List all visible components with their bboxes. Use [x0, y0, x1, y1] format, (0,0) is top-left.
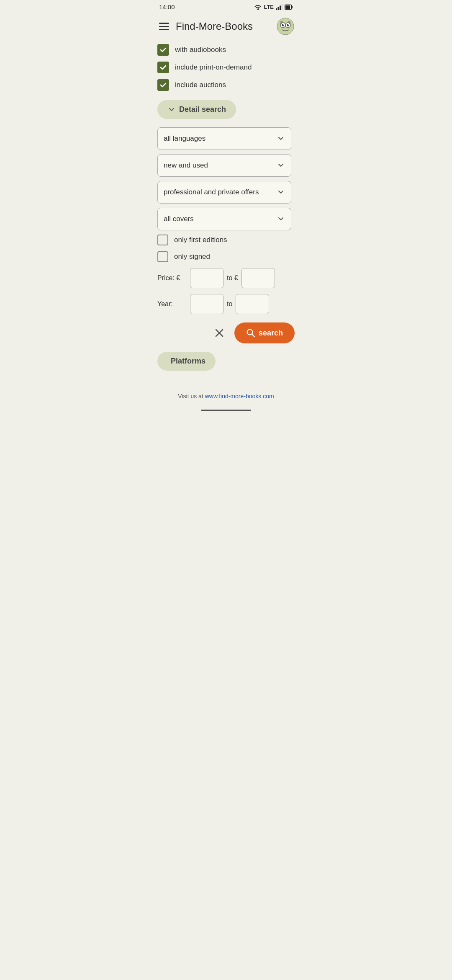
price-separator: to € — [227, 274, 238, 282]
price-to-input[interactable] — [241, 268, 275, 288]
print-on-demand-label: include print-on-demand — [175, 63, 252, 72]
search-label: search — [259, 329, 283, 338]
check-icon — [159, 64, 167, 71]
auctions-label: include auctions — [175, 81, 226, 89]
network-label: LTE — [264, 4, 274, 10]
svg-rect-6 — [292, 6, 293, 8]
svg-rect-2 — [278, 7, 279, 10]
year-label: Year: — [157, 300, 187, 308]
detail-search-button[interactable]: Detail search — [157, 100, 236, 119]
offers-dropdown[interactable]: professional and private offers — [157, 181, 291, 204]
detail-search-label: Detail search — [179, 105, 226, 114]
wifi-icon — [254, 4, 262, 10]
svg-rect-16 — [288, 21, 290, 23]
clear-button[interactable] — [211, 325, 228, 341]
price-label: Price: € — [157, 274, 187, 282]
check-icon — [159, 46, 167, 54]
status-time: 14:00 — [159, 3, 175, 10]
menu-button[interactable] — [157, 21, 171, 32]
svg-rect-7 — [285, 5, 290, 9]
status-icons: LTE — [254, 4, 293, 10]
audiobooks-label: with audiobooks — [175, 46, 226, 54]
auctions-checkbox-item: include auctions — [157, 79, 295, 91]
search-icon — [246, 328, 255, 338]
condition-dropdown[interactable]: new and used — [157, 154, 291, 177]
check-icon — [159, 81, 167, 89]
covers-dropdown[interactable]: all covers — [157, 208, 291, 230]
signed-checkbox[interactable] — [157, 251, 168, 262]
audiobooks-checkbox[interactable] — [157, 44, 169, 56]
print-on-demand-checkbox-item: include print-on-demand — [157, 62, 295, 73]
first-editions-checkbox[interactable] — [157, 235, 168, 245]
chevron-down-icon — [277, 188, 285, 196]
footer-link[interactable]: www.find-more-books.com — [205, 393, 274, 400]
app-title: Find-More-Books — [176, 21, 276, 32]
app-logo[interactable] — [276, 17, 295, 36]
svg-rect-4 — [282, 4, 283, 10]
status-bar: 14:00 LTE — [151, 0, 301, 14]
footer: Visit us at www.find-more-books.com — [151, 386, 301, 406]
svg-rect-3 — [280, 5, 281, 10]
offers-value: professional and private offers — [164, 188, 259, 196]
home-indicator — [151, 406, 301, 413]
chevron-down-icon — [277, 134, 285, 143]
first-editions-label: only first editions — [174, 236, 227, 244]
audiobooks-checkbox-item: with audiobooks — [157, 44, 295, 56]
chevron-down-icon — [167, 106, 176, 114]
price-from-input[interactable] — [190, 268, 223, 288]
home-bar — [201, 410, 251, 411]
main-content: with audiobooks include print-on-demand … — [151, 41, 301, 382]
signal-icon — [276, 4, 282, 10]
svg-point-0 — [257, 8, 259, 10]
auctions-checkbox[interactable] — [157, 79, 169, 91]
platforms-button[interactable]: Platforms — [157, 352, 216, 371]
svg-point-11 — [282, 24, 284, 26]
svg-point-12 — [287, 24, 289, 26]
svg-rect-1 — [276, 8, 277, 10]
close-icon — [213, 327, 225, 339]
year-row: Year: to — [157, 294, 295, 314]
signed-label: only signed — [174, 253, 210, 261]
first-editions-checkbox-item: only first editions — [157, 235, 295, 245]
chevron-down-icon — [277, 161, 285, 170]
year-to-input[interactable] — [236, 294, 269, 314]
footer-text: Visit us at — [178, 393, 205, 400]
search-button[interactable]: search — [234, 322, 295, 343]
condition-value: new and used — [164, 161, 208, 170]
app-bar: Find-More-Books — [151, 14, 301, 41]
signed-checkbox-item: only signed — [157, 251, 295, 262]
price-row: Price: € to € — [157, 268, 295, 288]
chevron-down-icon — [277, 215, 285, 223]
covers-value: all covers — [164, 215, 194, 223]
action-row: search — [157, 322, 295, 343]
svg-point-13 — [283, 24, 284, 25]
battery-icon — [285, 4, 293, 10]
print-on-demand-checkbox[interactable] — [157, 62, 169, 73]
platforms-label: Platforms — [171, 357, 205, 366]
language-dropdown[interactable]: all languages — [157, 127, 291, 150]
svg-point-14 — [288, 24, 289, 25]
year-from-input[interactable] — [190, 294, 223, 314]
language-value: all languages — [164, 134, 205, 143]
year-separator: to — [227, 300, 232, 308]
svg-rect-15 — [280, 21, 283, 23]
